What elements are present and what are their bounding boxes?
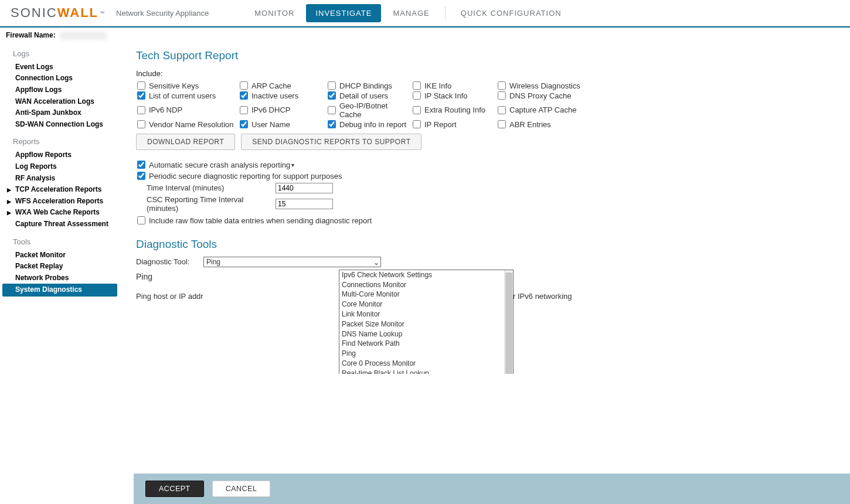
time-interval-label: Time Interval (minutes) bbox=[147, 183, 276, 192]
sidebar-item[interactable]: ▶WXA Web Cache Reports bbox=[2, 207, 120, 219]
sidebar-group-reports: Reports bbox=[2, 134, 120, 149]
top-tabs: MONITOR INVESTIGATE MANAGE QUICK CONFIGU… bbox=[244, 4, 572, 22]
sidebar-item[interactable]: Appflow Reports bbox=[2, 149, 120, 161]
chk-extra-routing[interactable] bbox=[413, 106, 421, 114]
top-bar: SONICWALL™ Network Security Appliance MO… bbox=[0, 0, 850, 26]
logo-right: WALL bbox=[57, 5, 98, 21]
dropdown-option[interactable]: Multi-Core Monitor bbox=[339, 290, 513, 299]
sidebar-item[interactable]: Anti-Spam Junkbox bbox=[2, 107, 120, 119]
tab-manage[interactable]: MANAGE bbox=[383, 4, 438, 22]
chk-sensitive-keys[interactable] bbox=[137, 81, 145, 90]
sidebar-item[interactable]: Packet Replay bbox=[2, 261, 120, 273]
chk-capture-atp[interactable] bbox=[498, 106, 506, 114]
main-content: Tech Support Report Include: Sensitive K… bbox=[120, 46, 850, 374]
tech-support-report-heading: Tech Support Report bbox=[136, 49, 838, 62]
sidebar-item-system-diagnostics[interactable]: System Diagnostics bbox=[2, 284, 117, 297]
dropdown-option[interactable]: Core 0 Process Monitor bbox=[339, 359, 513, 369]
firewall-name-value bbox=[60, 32, 107, 40]
chk-inactive-users[interactable] bbox=[240, 91, 248, 100]
sidebar-item[interactable]: Capture Threat Assessment bbox=[2, 219, 120, 230]
sidebar: Logs Event Logs Connection Logs Appflow … bbox=[0, 46, 120, 300]
scroll-thumb[interactable] bbox=[505, 273, 512, 374]
dropdown-option[interactable]: Link Monitor bbox=[339, 309, 513, 319]
time-interval-input[interactable] bbox=[276, 183, 333, 193]
chk-ip-stack[interactable] bbox=[413, 91, 421, 100]
dropdown-option[interactable]: Real-time Black List Lookup bbox=[339, 369, 513, 374]
csc-interval-label: CSC Reporting Time Interval (minutes) bbox=[147, 195, 276, 213]
dropdown-option[interactable]: Packet Size Monitor bbox=[339, 319, 513, 329]
chk-ipv6-dhcp[interactable] bbox=[240, 106, 248, 114]
chk-debug-info[interactable] bbox=[328, 120, 336, 128]
chk-vendor-name[interactable] bbox=[137, 120, 145, 128]
chk-ike-info[interactable] bbox=[413, 81, 421, 90]
chk-periodic[interactable] bbox=[137, 172, 145, 180]
expand-icon: ▶ bbox=[7, 199, 11, 206]
dropdown-option[interactable]: Connections Monitor bbox=[339, 280, 513, 290]
chk-detail-users[interactable] bbox=[328, 91, 336, 100]
chevron-down-icon: ⌄ bbox=[373, 258, 379, 267]
sidebar-item[interactable]: Log Reports bbox=[2, 161, 120, 173]
sidebar-item[interactable]: SD-WAN Connection Logs bbox=[2, 119, 120, 131]
chk-auto-crash[interactable] bbox=[137, 161, 145, 169]
sidebar-item[interactable]: RF Analysis bbox=[2, 173, 120, 185]
sidebar-item[interactable]: ▶TCP Acceleration Reports bbox=[2, 184, 120, 196]
send-diagnostic-button[interactable]: SEND DIAGNOSTIC REPORTS TO SUPPORT bbox=[241, 134, 421, 150]
ping-host-label: Ping host or IP addr bbox=[136, 292, 203, 301]
sidebar-group-tools: Tools bbox=[2, 234, 120, 250]
dropdown-option[interactable]: Find Network Path bbox=[339, 339, 513, 349]
diagnostic-tool-select[interactable]: Ping ⌄ bbox=[203, 257, 381, 267]
diagnostic-tool-label: Diagnostic Tool: bbox=[136, 257, 203, 266]
sidebar-item[interactable]: Appflow Logs bbox=[2, 84, 120, 96]
chk-wireless-diagnostics[interactable] bbox=[498, 81, 506, 90]
diagnostic-tools-heading: Diagnostic Tools bbox=[136, 238, 838, 251]
product-name: Network Security Appliance bbox=[116, 9, 209, 18]
tab-separator bbox=[445, 6, 446, 19]
logo-left: SONIC bbox=[11, 5, 57, 21]
include-label: Include: bbox=[136, 69, 838, 78]
expand-icon: ▶ bbox=[7, 187, 11, 194]
csc-interval-input[interactable] bbox=[276, 199, 333, 209]
expand-icon: ▶ bbox=[7, 210, 11, 217]
dropdown-option[interactable]: DNS Name Lookup bbox=[339, 329, 513, 339]
chk-raw-flow[interactable] bbox=[137, 216, 145, 224]
firewall-name-label: Firewall Name: bbox=[6, 31, 56, 39]
sidebar-item[interactable]: WAN Acceleration Logs bbox=[2, 96, 120, 108]
download-report-button[interactable]: DOWNLOAD REPORT bbox=[136, 134, 235, 150]
chk-arp-cache[interactable] bbox=[240, 81, 248, 90]
sidebar-group-logs: Logs bbox=[2, 46, 120, 62]
chk-current-users[interactable] bbox=[137, 91, 145, 100]
diagnostic-tool-dropdown[interactable]: ▴ ▾ Ipv6 Check Network SettingsConnectio… bbox=[339, 270, 514, 374]
include-options-grid: Sensitive Keys ARP Cache DHCP Bindings I… bbox=[136, 81, 838, 129]
dropdown-scrollbar[interactable]: ▴ ▾ bbox=[504, 270, 513, 374]
tab-quick-configuration[interactable]: QUICK CONFIGURATION bbox=[451, 4, 571, 22]
sidebar-item[interactable]: Network Probes bbox=[2, 273, 120, 284]
chk-dhcp-bindings[interactable] bbox=[328, 81, 336, 90]
sidebar-item[interactable]: Connection Logs bbox=[2, 73, 120, 84]
caret-icon: ▾ bbox=[291, 162, 294, 168]
dropdown-option[interactable]: Ipv6 Check Network Settings bbox=[339, 270, 513, 280]
sidebar-item[interactable]: Event Logs bbox=[2, 62, 120, 73]
chk-dns-proxy-cache[interactable] bbox=[498, 91, 506, 100]
dropdown-option[interactable]: Core Monitor bbox=[339, 299, 513, 309]
tab-monitor[interactable]: MONITOR bbox=[245, 4, 304, 22]
chk-user-name[interactable] bbox=[240, 120, 248, 128]
firewall-name-row: Firewall Name: bbox=[0, 28, 850, 46]
logo: SONICWALL™ bbox=[11, 5, 104, 21]
tab-investigate[interactable]: INVESTIGATE bbox=[306, 4, 381, 22]
chk-geoip-botnet[interactable] bbox=[328, 106, 336, 114]
sidebar-item[interactable]: Packet Monitor bbox=[2, 250, 120, 261]
chk-ipv6-ndp[interactable] bbox=[137, 106, 145, 114]
dropdown-option[interactable]: Ping bbox=[339, 349, 513, 359]
sidebar-item[interactable]: ▶WFS Acceleration Reports bbox=[2, 196, 120, 207]
chk-abr-entries[interactable] bbox=[498, 120, 506, 128]
chk-ip-report[interactable] bbox=[413, 120, 421, 128]
